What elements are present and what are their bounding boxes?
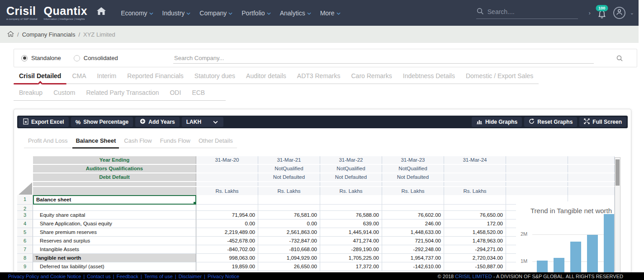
table-cell[interactable] xyxy=(444,173,506,181)
table-cell[interactable]: NotQualified xyxy=(382,165,444,173)
tab-cma[interactable]: CMA xyxy=(66,68,91,84)
table-cell[interactable]: -810,668.00 xyxy=(258,245,320,254)
tab-ecb[interactable]: ECB xyxy=(186,85,210,100)
footer-link-disclaimer[interactable]: Disclaimer xyxy=(179,274,202,279)
table-cell[interactable]: NotQualified xyxy=(258,165,320,173)
row-label-cell[interactable] xyxy=(33,205,196,211)
row-number-cell[interactable]: 8 xyxy=(17,254,33,262)
menu-item-industry[interactable]: Industry xyxy=(162,9,191,17)
tab-cash-flow[interactable]: Cash Flow xyxy=(120,134,156,148)
user-avatar[interactable] xyxy=(613,7,625,19)
table-cell[interactable]: 1,094,929.00 xyxy=(258,254,320,262)
table-cell[interactable]: 76,602.00 xyxy=(382,211,444,219)
table-cell[interactable] xyxy=(568,156,615,164)
table-cell[interactable]: 71,954.00 xyxy=(196,211,258,219)
table-cell[interactable] xyxy=(506,165,568,173)
export-excel-button[interactable]: Export Excel xyxy=(19,117,69,127)
table-cell[interactable]: 1,445,914.00 xyxy=(320,228,382,237)
tab-auditor-details[interactable]: Auditor details xyxy=(241,68,292,84)
row-label-cell[interactable]: Share premium reserves xyxy=(33,228,196,237)
table-cell[interactable]: -732,847.00 xyxy=(258,237,320,245)
table-cell[interactable] xyxy=(382,195,444,205)
tab-caro-remarks[interactable]: Caro Remarks xyxy=(346,68,398,84)
table-cell[interactable]: 639.00 xyxy=(320,219,382,228)
table-cell[interactable] xyxy=(444,195,506,205)
tab-balance-sheet[interactable]: Balance Sheet xyxy=(71,134,120,148)
table-cell[interactable]: 31-Mar-24 xyxy=(444,156,506,164)
menu-item-portfolio[interactable]: Portfolio xyxy=(242,9,270,17)
crisil-logo[interactable]: Crisil a company of S&P Global xyxy=(6,5,38,20)
table-cell[interactable]: NotQualified xyxy=(320,165,382,173)
row-number-cell[interactable]: 9 xyxy=(17,262,33,271)
table-cell[interactable]: 19,859.00 xyxy=(196,262,258,271)
notifications-button[interactable]: 100 xyxy=(595,5,609,21)
copyright-company[interactable]: CRISIL LIMITED xyxy=(455,274,492,279)
table-cell[interactable]: 2,219,489.00 xyxy=(196,228,258,237)
table-cell[interactable] xyxy=(258,195,320,205)
home-icon[interactable] xyxy=(96,7,106,17)
tab-indebtness-details[interactable]: Indebtness Details xyxy=(398,68,460,84)
row-label-cell[interactable]: Intangible Assets xyxy=(33,245,196,254)
table-cell[interactable]: 246.00 xyxy=(382,219,444,228)
radio-standalone[interactable]: Standalone xyxy=(21,55,61,61)
table-cell[interactable]: 1,954,737.00 xyxy=(382,254,444,262)
breadcrumb-section[interactable]: Company Financials xyxy=(22,31,76,38)
full-screen-button[interactable]: Full Screen xyxy=(579,117,626,127)
table-cell[interactable] xyxy=(196,205,258,211)
table-cell[interactable]: 1,478,963.00 xyxy=(444,237,506,245)
table-cell[interactable]: 2,720,034.00 xyxy=(444,254,506,262)
table-cell[interactable] xyxy=(196,195,258,205)
table-cell[interactable]: Rs. Lakhs xyxy=(320,187,382,195)
table-cell[interactable]: Rs. Lakhs xyxy=(444,187,506,195)
tab-breakup[interactable]: Breakup xyxy=(14,85,48,100)
row-number-cell[interactable]: 7 xyxy=(17,245,33,254)
table-cell[interactable] xyxy=(382,205,444,211)
menu-item-analytics[interactable]: Analytics xyxy=(280,9,311,17)
row-number-cell[interactable]: 4 xyxy=(17,219,33,228)
row-label-cell[interactable]: Share Application, Quasi equity xyxy=(33,219,196,228)
tab-interim[interactable]: Interim xyxy=(92,68,122,84)
breadcrumb-home-icon[interactable] xyxy=(7,31,14,38)
table-cell[interactable]: Rs. Lakhs xyxy=(196,187,258,195)
table-cell[interactable]: 31-Mar-21 xyxy=(258,156,320,164)
table-cell[interactable]: -294,271.00 xyxy=(444,245,506,254)
footer-link-privacy-notice[interactable]: Privacy Notice xyxy=(208,274,239,279)
company-search-input[interactable] xyxy=(173,53,594,64)
table-cell[interactable]: 998,063.00 xyxy=(196,254,258,262)
tab-related-party-transaction[interactable]: Related Party Transaction xyxy=(80,85,164,100)
table-cell[interactable] xyxy=(320,195,382,205)
tab-odi[interactable]: ODI xyxy=(164,85,186,100)
tab-profit-and-loss[interactable]: Profit And Loss xyxy=(24,134,71,148)
table-cell[interactable]: Not Defaulted xyxy=(258,173,320,181)
footer-link-contact-us[interactable]: Contact us xyxy=(87,274,111,279)
company-search-icon[interactable] xyxy=(616,55,623,64)
table-cell[interactable] xyxy=(568,173,615,181)
add-years-button[interactable]: Add Years xyxy=(135,117,179,127)
table-cell[interactable]: -292,248.00 xyxy=(382,245,444,254)
table-cell[interactable]: 76,581.00 xyxy=(258,211,320,219)
table-cell[interactable] xyxy=(258,182,320,186)
row-label-cell[interactable]: Reserves and surplus xyxy=(33,237,196,245)
row-number-cell[interactable]: 3 xyxy=(17,211,33,219)
radio-consolidated[interactable]: Consolidated xyxy=(74,55,118,61)
scrollbar-thumb[interactable] xyxy=(616,159,620,186)
tab-custom[interactable]: Custom xyxy=(48,85,80,100)
hide-graphs-button[interactable]: Hide Graphs xyxy=(472,117,522,127)
avatar-chevron-down-icon[interactable]: ⌄ xyxy=(630,10,634,16)
table-cell[interactable]: 2,561,863.00 xyxy=(258,228,320,237)
quantix-logo[interactable]: Quantix Information | Intelligence | Ins… xyxy=(44,5,88,20)
table-cell[interactable] xyxy=(196,182,258,186)
show-percentage-button[interactable]: % Show Percentage xyxy=(71,117,133,127)
table-cell[interactable]: 0.00 xyxy=(196,219,258,228)
table-cell[interactable]: 76,650.00 xyxy=(444,211,506,219)
tab-adt3-remarks[interactable]: ADT3 Remarks xyxy=(292,68,346,84)
table-cell[interactable] xyxy=(568,182,615,186)
tab-crisil-detailed[interactable]: Crisil Detailed xyxy=(14,68,66,84)
unit-select[interactable]: LAKH xyxy=(182,117,223,127)
menu-item-company[interactable]: Company xyxy=(199,9,232,17)
table-cell[interactable]: 76,588.00 xyxy=(320,211,382,219)
table-cell[interactable] xyxy=(196,173,258,181)
radio-standalone-control[interactable] xyxy=(21,55,28,61)
row-label-cell[interactable]: Deferred tax liability/ (asset) xyxy=(33,262,196,271)
table-cell[interactable] xyxy=(568,165,615,173)
